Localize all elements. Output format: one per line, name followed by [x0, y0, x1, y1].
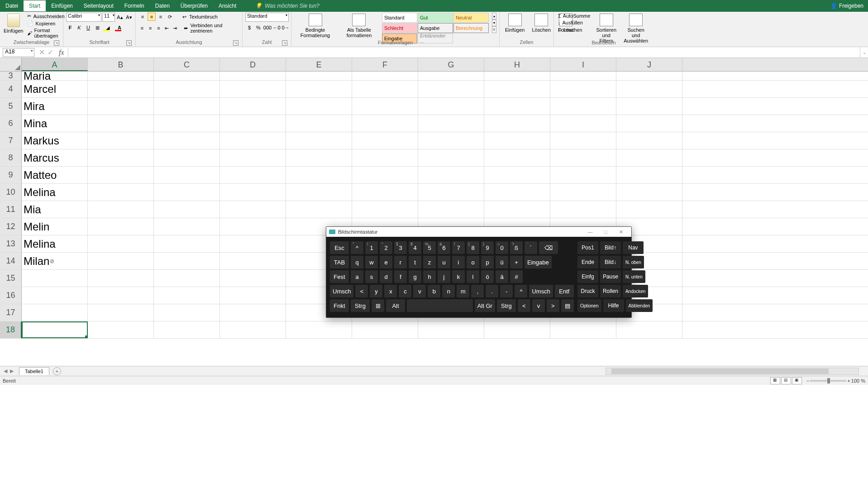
osk-nav-key[interactable]: Nav — [623, 241, 644, 254]
osk-key[interactable]: t — [409, 256, 421, 268]
osk-key[interactable]: ä — [496, 270, 508, 283]
osk-key[interactable]: ^ — [515, 285, 527, 297]
normal-view-button[interactable]: ▦ — [770, 377, 780, 384]
cell[interactable] — [352, 72, 418, 80]
cell[interactable] — [154, 132, 220, 149]
style-standard[interactable]: Standard — [382, 13, 417, 23]
insert-cells-button[interactable]: Einfügen — [502, 13, 527, 34]
osk-nav-key[interactable]: Druck — [577, 285, 598, 297]
cell[interactable] — [154, 72, 220, 80]
cell[interactable] — [88, 218, 154, 235]
osk-key[interactable]: . — [486, 285, 498, 297]
cell[interactable]: Melina — [22, 235, 88, 252]
italic-button[interactable]: K — [75, 24, 83, 32]
cell[interactable]: Mia — [22, 201, 88, 218]
cell[interactable] — [352, 167, 418, 183]
align-middle-button[interactable]: ≡ — [148, 13, 156, 21]
cell[interactable] — [352, 132, 418, 149]
cell[interactable] — [484, 184, 550, 201]
osk-key[interactable]: m — [457, 285, 469, 297]
cell[interactable] — [88, 321, 154, 338]
cell[interactable] — [220, 149, 286, 166]
osk-key[interactable]: Entf — [555, 285, 574, 297]
fill-color-button[interactable]: ◢ — [102, 24, 113, 32]
cell[interactable] — [154, 321, 220, 338]
osk-key[interactable]: 4$ — [409, 241, 421, 254]
align-top-button[interactable]: ≡ — [138, 13, 147, 21]
cell[interactable] — [484, 98, 550, 115]
add-sheet-button[interactable]: + — [53, 367, 61, 375]
zoom-level[interactable]: 100 % — [851, 378, 865, 384]
cell[interactable] — [88, 304, 154, 321]
cell[interactable] — [220, 184, 286, 201]
format-painter-button[interactable]: 🖌Format übertragen — [26, 27, 66, 39]
cell[interactable] — [22, 304, 88, 321]
cell[interactable] — [154, 167, 220, 183]
cell[interactable]: Mina — [22, 115, 88, 132]
osk-key[interactable]: ö — [481, 270, 494, 283]
cell[interactable]: Marcel — [22, 81, 88, 97]
osk-key[interactable]: o — [467, 256, 479, 268]
cell[interactable] — [154, 81, 220, 97]
osk-key[interactable]: ⌫ — [539, 241, 558, 254]
osk-key[interactable]: > — [547, 299, 559, 312]
column-header[interactable]: C — [154, 58, 220, 71]
decrease-indent-button[interactable]: ⇤ — [163, 24, 170, 32]
cell[interactable] — [286, 167, 352, 183]
share-button[interactable]: 👤 Freigeben — [830, 3, 863, 9]
cell[interactable] — [418, 115, 484, 132]
fill-button[interactable]: ↓Ausfüllen — [557, 19, 591, 26]
osk-key[interactable]: < — [355, 285, 368, 297]
dialog-launcher-icon[interactable]: ↘ — [126, 40, 132, 46]
osk-key[interactable]: Fest — [330, 270, 349, 283]
column-header[interactable]: B — [88, 58, 154, 71]
osk-key[interactable]: 1! — [365, 241, 378, 254]
osk-key[interactable]: f — [394, 270, 407, 283]
osk-key[interactable]: ⊞ — [372, 299, 384, 312]
comma-button[interactable]: 000 — [263, 24, 272, 32]
osk-key[interactable]: y — [370, 285, 382, 297]
row-header[interactable]: 14 — [0, 253, 22, 269]
cell[interactable] — [286, 132, 352, 149]
osk-key[interactable]: ▤ — [561, 299, 574, 312]
cell[interactable] — [550, 149, 616, 166]
cell[interactable] — [484, 81, 550, 97]
cell[interactable] — [550, 321, 616, 338]
column-header[interactable]: G — [418, 58, 484, 71]
cell[interactable] — [154, 270, 220, 287]
cell[interactable] — [550, 167, 616, 183]
row-header[interactable]: 12 — [0, 218, 22, 235]
zoom-in-button[interactable]: + — [847, 378, 850, 384]
cell[interactable] — [154, 184, 220, 201]
autosum-button[interactable]: ΣAutoSumme — [557, 13, 591, 19]
zoom-slider[interactable] — [810, 380, 846, 382]
cell[interactable] — [352, 201, 418, 218]
cell[interactable] — [220, 253, 286, 269]
osk-key[interactable]: k — [452, 270, 465, 283]
cell[interactable] — [418, 321, 484, 338]
osk-key[interactable]: h — [423, 270, 436, 283]
cell[interactable] — [484, 132, 550, 149]
cell[interactable] — [352, 149, 418, 166]
style-ausgabe[interactable]: Ausgabe — [418, 23, 453, 33]
osk-key[interactable]: ^° — [351, 241, 363, 254]
cell[interactable] — [154, 98, 220, 115]
name-box[interactable]: A18 — [3, 48, 34, 57]
cell[interactable] — [220, 201, 286, 218]
row-header[interactable]: 16 — [0, 287, 22, 304]
osk-key[interactable]: v — [532, 299, 545, 312]
cell[interactable] — [616, 167, 682, 183]
osk-nav-key[interactable]: Bild↓ — [600, 256, 621, 268]
cell[interactable] — [220, 287, 286, 304]
cell[interactable] — [286, 115, 352, 132]
osk-nav-key[interactable]: Abblenden — [626, 299, 653, 312]
sheet-nav-next-icon[interactable]: ▶ — [10, 368, 14, 374]
cell[interactable]: Milan — [22, 253, 88, 269]
osk-key[interactable]: e — [380, 256, 392, 268]
cell[interactable] — [154, 287, 220, 304]
cell[interactable] — [616, 184, 682, 201]
cell[interactable] — [550, 81, 616, 97]
cell[interactable] — [286, 184, 352, 201]
minimize-icon[interactable]: — — [582, 229, 598, 235]
page-break-view-button[interactable]: ▣ — [792, 377, 802, 384]
